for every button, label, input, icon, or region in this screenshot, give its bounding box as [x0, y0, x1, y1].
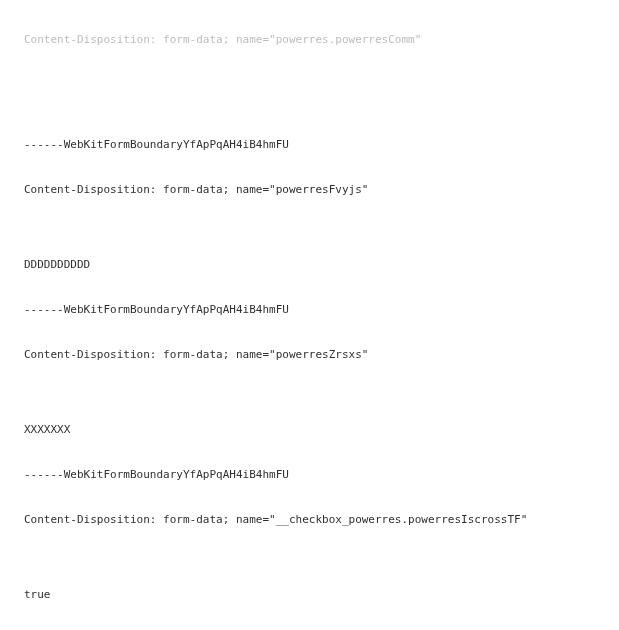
payload-line: Content-Disposition: form-data; name="po…	[24, 182, 617, 197]
payload-line: ------WebKitFormBoundaryYfApPqAH4iB4hmFU	[24, 467, 617, 482]
payload-line: XXXXXXX	[24, 422, 617, 437]
payload-line: DDDDDDDDDD	[24, 257, 617, 272]
payload-line: Content-Disposition: form-data; name="__…	[24, 512, 617, 527]
payload-line-top: Content-Disposition: form-data; name="po…	[24, 32, 617, 47]
payload-line: ------WebKitFormBoundaryYfApPqAH4iB4hmFU	[24, 137, 617, 152]
request-payload-block: Content-Disposition: form-data; name="po…	[0, 0, 619, 630]
payload-line: Content-Disposition: form-data; name="po…	[24, 347, 617, 362]
payload-line: ------WebKitFormBoundaryYfApPqAH4iB4hmFU	[24, 302, 617, 317]
payload-line: true	[24, 587, 617, 602]
